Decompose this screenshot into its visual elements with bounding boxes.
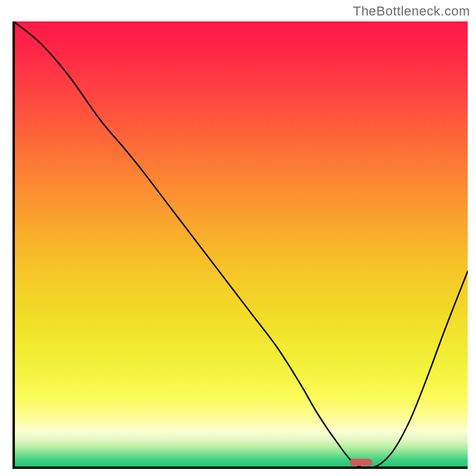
watermark-text: TheBottleneck.com [353,4,470,19]
bottleneck-chart [12,21,468,469]
optimal-marker [350,459,372,466]
chart-background [14,21,468,468]
